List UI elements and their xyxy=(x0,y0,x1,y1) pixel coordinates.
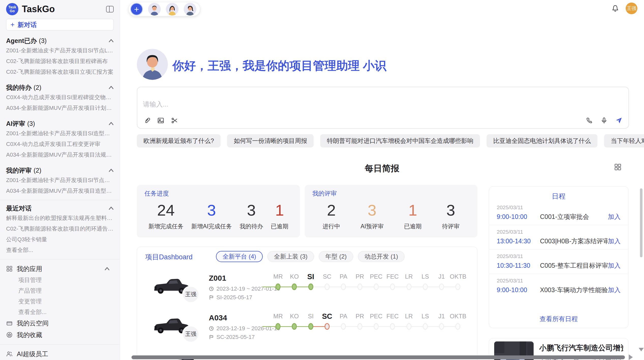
view-all-chats[interactable]: 查看全部... xyxy=(6,245,114,256)
composer-tools-right xyxy=(585,116,623,125)
user-avatar[interactable]: 王强 xyxy=(626,3,637,14)
join-link[interactable]: 加入 xyxy=(608,261,621,270)
milestone-label: SI xyxy=(303,312,319,321)
suggestion-chip[interactable]: 比亚迪全固态电池计划具体说了什么 xyxy=(487,134,597,147)
logo-line-2: Go xyxy=(10,9,14,13)
chat-input[interactable] xyxy=(143,100,524,108)
list-item[interactable]: C0X4-动力总成开发项目SI里程碑提交物检查 xyxy=(6,92,114,103)
suggestion-chip[interactable]: 如何写一份清晰的项目周报 xyxy=(227,134,314,147)
list-item[interactable]: 解释最新出台的欧盟报废车法规再生塑料比例被调至15%... xyxy=(6,213,114,223)
stat-label: 已逾期 xyxy=(271,222,288,230)
section-my-review[interactable]: 我的评审 (2) xyxy=(6,166,114,175)
chevron-up-icon xyxy=(109,122,114,125)
logo-line-1: Task xyxy=(8,5,16,9)
sidebar-collapse-icon[interactable] xyxy=(106,6,114,12)
view-all-schedule[interactable]: 查看所有日程 xyxy=(489,315,628,323)
chevron-up-icon xyxy=(109,169,114,172)
list-item[interactable]: Z001-全新燃油轻卡产品开发项目SI节点属性5D文件评审 xyxy=(6,175,114,186)
list-item[interactable]: A034-全新新能源MUV产品开发项目法规符合性评审 xyxy=(6,149,114,160)
view-all-apps[interactable]: 查看全部... xyxy=(18,307,114,317)
new-chat-button[interactable]: + 新对话 xyxy=(6,19,114,31)
tab-new-platform[interactable]: 全新平台 (4) xyxy=(216,251,263,262)
sidebar-item-cloud-space[interactable]: 我的云空间 xyxy=(6,317,114,329)
sidebar-item-my-apps[interactable]: 我的应用 xyxy=(6,263,114,275)
list-item[interactable]: A034-全新新能源MUV产品开发项目造型可行性评审 xyxy=(6,186,114,196)
stat: 3 待评审 xyxy=(442,200,460,230)
event-name: C003|H0B-方案冻结评审 xyxy=(540,237,608,245)
layout-grid-icon[interactable] xyxy=(614,163,622,172)
project-flag-milestone: SC-2025-05-17 xyxy=(209,334,255,340)
tab-year-model[interactable]: 年型 (2) xyxy=(319,251,353,262)
section-agent-done[interactable]: Agent已办 (3) xyxy=(6,36,114,45)
milestone-label: OKTB xyxy=(450,272,466,281)
list-item[interactable]: C02-飞腾新能源轻客改款项目里程碑画布 xyxy=(6,56,114,67)
stat-value: 24 xyxy=(148,200,183,220)
scroll-down-arrow[interactable] xyxy=(639,348,644,351)
stat: 3 我的待办 xyxy=(240,200,263,230)
phone-icon[interactable] xyxy=(585,116,593,125)
join-link[interactable]: 加入 xyxy=(608,237,621,245)
milestone-label: LS xyxy=(417,312,433,321)
list-item[interactable]: C02-飞腾新能源轻客改款项目立项汇报方案 xyxy=(6,67,114,77)
event-date: 2025/03/11 xyxy=(497,253,621,259)
list-item[interactable]: A034-全新新能源MUV产品开发项目计划变更表编写 xyxy=(6,103,114,113)
sidebar-item-product-mgmt[interactable]: 产品管理 xyxy=(18,285,114,296)
stat: 24 新增完成任务 xyxy=(148,200,183,230)
suggestion-chip[interactable]: 特朗普可能对进口汽车增税会对中国车企造成哪些影响 xyxy=(320,134,480,147)
send-icon[interactable] xyxy=(615,116,623,125)
sidebar-item-project-mgmt[interactable]: 项目管理 xyxy=(18,275,114,285)
event-time: 13:00-14:30 xyxy=(497,237,540,245)
list-item[interactable]: C02-飞腾新能源轻客改款项目的闭环通告反馈情况 xyxy=(6,223,114,234)
list-item[interactable]: 公司Q3轻卡销量 xyxy=(6,234,114,245)
section-recent-chats[interactable]: 最近对话 xyxy=(6,204,114,213)
tab-new-body[interactable]: 全新上装 (3) xyxy=(267,251,314,262)
milestone-label: PR xyxy=(352,272,368,281)
suggestion-chip[interactable]: 当下年轻人对汽车外观有怎样的喜好趋势 xyxy=(604,134,644,147)
sidebar-item-ai-staff[interactable]: AI超级员工 xyxy=(6,348,114,360)
image-icon[interactable] xyxy=(157,116,165,125)
scissors-icon[interactable] xyxy=(170,116,179,125)
join-link[interactable]: 加入 xyxy=(608,213,621,221)
milestone-label: PR xyxy=(352,312,368,321)
owner-badge: 王强 xyxy=(182,325,199,343)
sidebar-item-favorites[interactable]: 我的收藏 xyxy=(6,329,114,341)
bell-icon[interactable] xyxy=(611,5,619,12)
sidebar-item-change-mgmt[interactable]: 变更管理 xyxy=(18,296,114,307)
attachment-icon[interactable] xyxy=(143,116,151,125)
new-chat-label: 新对话 xyxy=(18,21,37,29)
section-ai-review[interactable]: AI评审 (3) xyxy=(6,119,114,128)
stat-label: 进行中 xyxy=(323,222,340,230)
avatar[interactable] xyxy=(184,3,196,16)
people-icon xyxy=(6,351,13,357)
milestone-dot xyxy=(308,283,313,290)
list-item[interactable]: C0X4-动力总成开发项目工程变更评审 xyxy=(6,139,114,149)
milestone-label: PA xyxy=(335,312,352,321)
greeting-text: 你好，王强，我是你的项目管理助理 小识 xyxy=(172,58,386,74)
avatar[interactable] xyxy=(166,3,179,16)
stat-value: 3 xyxy=(360,200,384,220)
event-time: 10:30-11:30 xyxy=(497,262,540,269)
milestone-dot xyxy=(275,323,281,330)
avatar[interactable] xyxy=(148,3,161,16)
stat-label: 新增完成任务 xyxy=(148,222,183,230)
event-time: 9:00-10:00 xyxy=(497,286,540,294)
mic-icon[interactable] xyxy=(600,116,608,125)
add-workspace-button[interactable]: + xyxy=(130,3,143,16)
stat: 1 已逾期 xyxy=(271,200,288,230)
milestone-dot-overdue xyxy=(325,323,330,330)
suggestion-chip[interactable]: 欧洲新规最近颁布了什么? xyxy=(137,134,221,147)
list-item[interactable]: Z001-全新燃油轻卡产品开发项目SI造型提交物评审 xyxy=(6,128,114,139)
stat: 3 AI预评审 xyxy=(360,200,384,230)
milestone-dot xyxy=(423,323,428,330)
milestone-dot xyxy=(374,283,379,290)
list-item[interactable]: Z001-全新燃油皮卡产品开发项目SI节点Lesson Learn报告 xyxy=(6,45,114,56)
schedule-event: 2025/03/11 9:00-10:00 X003-车辆动力学性能验... 加… xyxy=(489,274,628,298)
scroll-right-arrow[interactable] xyxy=(629,354,633,360)
milestone-dot xyxy=(357,283,362,290)
join-link[interactable]: 加入 xyxy=(608,286,621,294)
tab-powertrain[interactable]: 动总开发 (1) xyxy=(358,251,405,262)
horizontal-scrollbar-thumb[interactable] xyxy=(131,355,625,359)
section-my-todo[interactable]: 我的待办 (2) xyxy=(6,83,114,92)
event-time: 9:00-10:00 xyxy=(497,213,540,220)
vertical-scrollbar-thumb[interactable] xyxy=(640,188,642,257)
